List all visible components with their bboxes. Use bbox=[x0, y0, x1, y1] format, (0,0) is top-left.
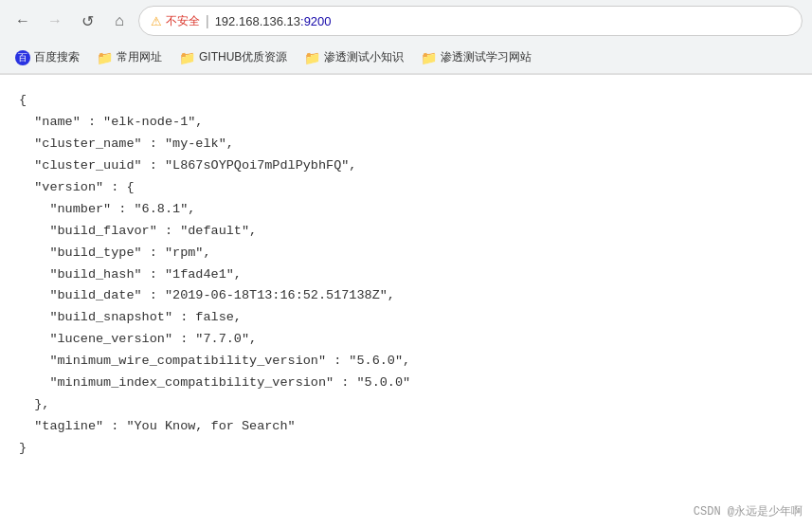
browser-chrome: ← → ↺ ⌂ ⚠ 不安全 | 192.168.136.13:9200 百 百度… bbox=[0, 0, 812, 75]
baidu-icon: 百 bbox=[15, 50, 30, 65]
json-line-17: } bbox=[19, 438, 793, 460]
folder-icon-1: 📁 bbox=[97, 50, 113, 65]
json-line-4: "cluster_uuid" : "L867sOYPQoi7mPdlPybhFQ… bbox=[19, 155, 793, 177]
bookmark-baidu-label: 百度搜索 bbox=[34, 49, 80, 65]
port: :9200 bbox=[300, 14, 332, 28]
address-divider: | bbox=[206, 13, 209, 28]
nav-bar: ← → ↺ ⌂ ⚠ 不安全 | 192.168.136.13:9200 bbox=[0, 0, 812, 42]
reload-button[interactable]: ↺ bbox=[74, 8, 100, 34]
warning-icon: ⚠ bbox=[151, 14, 162, 28]
bookmark-baidu[interactable]: 百 百度搜索 bbox=[8, 46, 87, 68]
json-line-15: }, bbox=[19, 394, 793, 416]
json-line-8: "build_type" : "rpm", bbox=[19, 243, 793, 264]
json-line-13: "minimum_wire_compatibility_version" : "… bbox=[19, 351, 793, 373]
folder-icon-2: 📁 bbox=[179, 50, 195, 65]
bookmark-pentest-tips[interactable]: 📁 渗透测试小知识 bbox=[297, 46, 411, 68]
bookmark-github[interactable]: 📁 GITHUB优质资源 bbox=[171, 46, 295, 68]
json-line-12: "lucene_version" : "7.7.0", bbox=[19, 329, 793, 351]
bookmark-common[interactable]: 📁 常用网址 bbox=[89, 46, 170, 68]
bookmarks-bar: 百 百度搜索 📁 常用网址 📁 GITHUB优质资源 📁 渗透测试小知识 📁 渗… bbox=[0, 42, 812, 74]
back-button[interactable]: ← bbox=[9, 8, 36, 34]
folder-icon-3: 📁 bbox=[304, 50, 320, 65]
json-line-16: "tagline" : "You Know, for Search" bbox=[19, 416, 793, 438]
json-line-2: "name" : "elk-node-1", bbox=[19, 112, 793, 134]
bookmark-pentest-learn[interactable]: 📁 渗透测试学习网站 bbox=[413, 46, 539, 68]
bookmark-github-label: GITHUB优质资源 bbox=[199, 49, 287, 65]
json-line-7: "build_flavor" : "default", bbox=[19, 221, 793, 243]
home-button[interactable]: ⌂ bbox=[106, 8, 133, 34]
address-bar[interactable]: ⚠ 不安全 | 192.168.136.13:9200 bbox=[138, 6, 803, 36]
json-line-9: "build_hash" : "1fad4e1", bbox=[19, 264, 793, 286]
json-line-5: "version" : { bbox=[19, 177, 793, 199]
json-line-10: "build_date" : "2019-06-18T13:16:52.5171… bbox=[19, 285, 793, 307]
security-label: 不安全 bbox=[166, 13, 200, 29]
bookmark-common-label: 常用网址 bbox=[117, 49, 162, 65]
security-warning: ⚠ 不安全 bbox=[151, 13, 200, 29]
folder-icon-4: 📁 bbox=[421, 50, 437, 65]
json-line-6: "number" : "6.8.1", bbox=[19, 199, 793, 221]
json-line-14: "minimum_index_compatibility_version" : … bbox=[19, 373, 793, 394]
bookmark-pentest-tips-label: 渗透测试小知识 bbox=[324, 49, 404, 65]
address-text: 192.168.136.13:9200 bbox=[215, 14, 332, 28]
page-content: { "name" : "elk-node-1", "cluster_name" … bbox=[0, 75, 812, 528]
ip-address: 192.168.136.13 bbox=[215, 14, 300, 28]
json-line-1: { bbox=[19, 90, 793, 112]
forward-button[interactable]: → bbox=[42, 8, 68, 34]
json-line-11: "build_snapshot" : false, bbox=[19, 307, 793, 329]
csdn-watermark: CSDN @永远是少年啊 bbox=[694, 502, 803, 521]
json-line-3: "cluster_name" : "my-elk", bbox=[19, 134, 793, 155]
bookmark-pentest-learn-label: 渗透测试学习网站 bbox=[441, 49, 532, 65]
